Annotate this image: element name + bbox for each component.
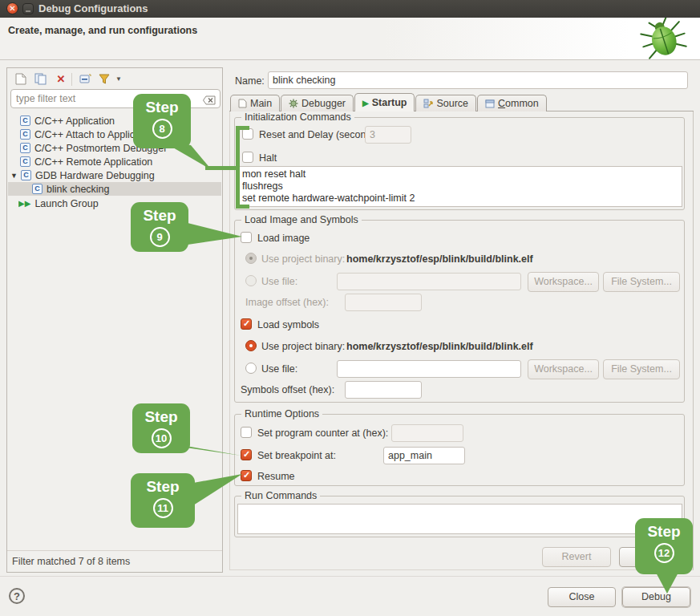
tree-item-blink-checking[interactable]: C blink checking <box>8 182 221 196</box>
c-config-icon: C <box>32 184 42 194</box>
bottom-separator <box>0 576 700 578</box>
program-counter-input[interactable] <box>391 424 463 442</box>
close-button[interactable]: Close <box>548 587 616 607</box>
reset-and-delay-checkbox[interactable] <box>242 128 253 140</box>
run-commands-textarea[interactable] <box>237 504 682 534</box>
set-program-counter-checkbox[interactable] <box>241 427 252 438</box>
halt-checkbox[interactable] <box>242 152 253 163</box>
group-title: Run Commands <box>241 490 320 501</box>
step-10-badge: Step 10 <box>132 403 190 453</box>
symbols-file-input[interactable] <box>337 360 521 378</box>
tree-item-cpp-application[interactable]: C C/C++ Application <box>20 114 115 128</box>
group-title: Initialization Commands <box>241 111 354 123</box>
step-11-badge: Step 11 <box>131 473 195 528</box>
set-breakpoint-label: Set breakpoint at: <box>257 450 336 461</box>
filter-icon[interactable] <box>97 73 111 86</box>
step-9-badge: Step 9 <box>131 202 188 252</box>
symbols-use-project-binary-radio[interactable] <box>245 340 257 351</box>
window-minimize-icon[interactable] <box>22 3 34 14</box>
window-close-icon[interactable]: ✕ <box>6 2 18 14</box>
resume-checkbox[interactable] <box>241 470 252 481</box>
symbols-binary-path: home/krzysztof/esp/blink/build/blink.elf <box>346 341 533 352</box>
c-config-icon: C <box>21 170 31 180</box>
window-icon <box>485 99 495 108</box>
toolbar-separator <box>71 73 72 86</box>
window-title: Debug Configurations <box>38 2 148 14</box>
tab-source[interactable]: Source <box>415 95 476 111</box>
symbols-use-file-radio[interactable] <box>245 363 257 374</box>
symbols-workspace-button[interactable]: Workspace... <box>528 359 599 379</box>
debugger-icon <box>289 99 298 108</box>
header-banner: Create, manage, and run configurations <box>0 18 700 60</box>
page-icon <box>238 99 247 108</box>
image-offset-label: Image offset (hex): <box>245 297 329 308</box>
name-input[interactable] <box>268 71 688 89</box>
tab-common[interactable]: Common <box>477 95 547 111</box>
set-breakpoint-checkbox[interactable] <box>241 449 252 460</box>
breakpoint-input[interactable] <box>383 447 465 464</box>
dialog-header: Create, manage, and run configurations <box>8 25 197 36</box>
image-use-file-radio[interactable] <box>245 275 257 286</box>
clear-filter-icon[interactable] <box>203 94 216 108</box>
image-use-project-binary-label: Use project binary: <box>261 253 345 265</box>
delete-configuration-icon[interactable]: ✕ <box>54 73 68 86</box>
tab-main[interactable]: Main <box>230 95 280 111</box>
step-12-badge: Step 12 <box>635 518 693 574</box>
source-icon <box>423 99 433 108</box>
image-offset-input[interactable] <box>345 294 422 311</box>
debug-button[interactable]: Debug <box>622 587 690 607</box>
debug-configurations-dialog: ✕ Debug Configurations Create, manage, a… <box>0 0 700 616</box>
symbols-offset-input[interactable] <box>345 381 422 399</box>
help-button[interactable]: ? <box>9 588 25 604</box>
init-commands-textarea[interactable]: mon reset halt flushregs set remote hard… <box>237 166 682 207</box>
filter-menu-chevron-down-icon[interactable]: ▼ <box>111 73 126 86</box>
title-bar: ✕ Debug Configurations <box>0 0 700 18</box>
c-config-icon: C <box>20 156 30 167</box>
halt-label: Halt <box>259 152 277 164</box>
image-use-project-binary-radio[interactable] <box>245 253 257 264</box>
c-config-icon: C <box>20 129 30 140</box>
image-file-system-button[interactable]: File System... <box>603 272 680 292</box>
image-binary-path: home/krzysztof/esp/blink/build/blink.elf <box>346 253 533 265</box>
tab-bar: Main Debugger ▶ Startup Source Common <box>230 93 548 111</box>
symbols-use-project-binary-label: Use project binary: <box>261 341 345 352</box>
load-image-checkbox[interactable] <box>241 232 252 243</box>
load-image-label: Load image <box>257 233 310 244</box>
c-config-icon: C <box>20 143 30 153</box>
tab-startup[interactable]: ▶ Startup <box>354 93 415 111</box>
group-title: Runtime Options <box>241 408 322 419</box>
duplicate-configuration-icon[interactable] <box>33 73 47 86</box>
image-use-file-label: Use file: <box>261 276 297 287</box>
c-config-icon: C <box>20 116 30 126</box>
set-program-counter-label: Set program counter at (hex): <box>257 428 388 439</box>
tab-debugger[interactable]: Debugger <box>281 95 354 111</box>
step-8-badge: Step 8 <box>133 94 191 148</box>
image-file-input[interactable] <box>337 273 521 290</box>
bug-icon <box>639 18 689 63</box>
new-configuration-icon[interactable] <box>14 73 28 86</box>
group-title: Load Image and Symbols <box>241 214 362 225</box>
symbols-file-system-button[interactable]: File System... <box>603 359 680 379</box>
play-icon: ▶ <box>362 99 369 107</box>
tree-item-gdb-hardware-debugging[interactable]: ▼ C GDB Hardware Debugging <box>10 168 155 182</box>
filter-status: Filter matched 7 of 8 items <box>7 550 222 572</box>
tree-item-launch-group[interactable]: ▶▶ Launch Group <box>18 197 99 210</box>
name-label: Name: <box>235 75 265 87</box>
symbols-offset-label: Symbols offset (hex): <box>241 384 334 395</box>
revert-button[interactable]: Revert <box>542 547 611 567</box>
launch-group-icon: ▶▶ <box>18 199 30 208</box>
image-workspace-button[interactable]: Workspace... <box>528 272 599 292</box>
load-symbols-label: Load symbols <box>257 319 319 330</box>
collapse-all-icon[interactable] <box>78 73 92 86</box>
tree-item-cpp-remote[interactable]: C C/C++ Remote Application <box>20 155 152 168</box>
resume-label: Resume <box>257 471 295 482</box>
load-symbols-checkbox[interactable] <box>241 318 252 330</box>
tree-expanded-icon[interactable]: ▼ <box>10 172 17 180</box>
symbols-use-file-label: Use file: <box>261 363 297 375</box>
reset-delay-input[interactable] <box>365 126 411 144</box>
